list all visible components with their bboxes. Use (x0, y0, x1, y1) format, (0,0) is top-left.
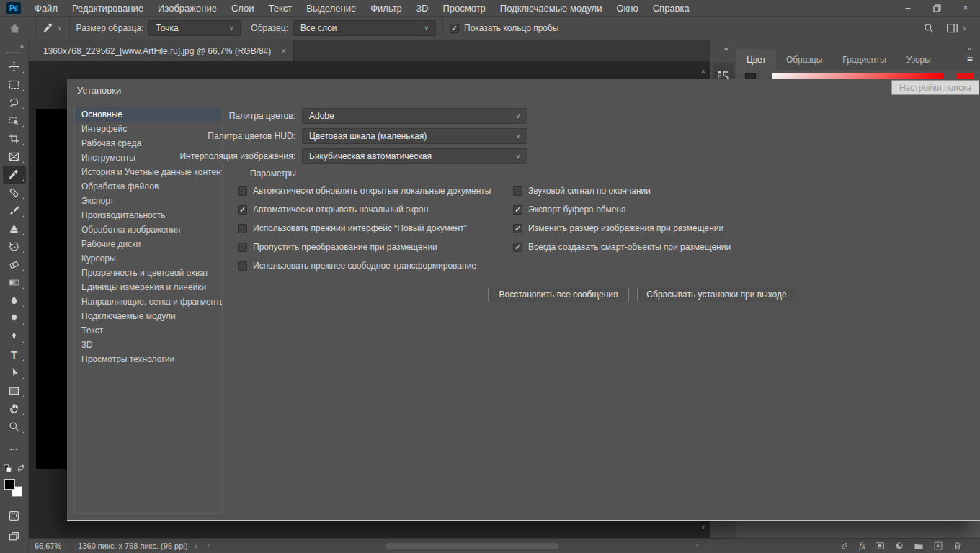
checkbox-export-clipboard[interactable]: ✓ Экспорт буфера обмена (513, 204, 626, 215)
checkbox-legacy-new-document[interactable]: ✓ Использовать прежний интерфейс “Новый … (238, 223, 467, 233)
path-selection-tool[interactable] (3, 364, 26, 382)
category-units-rulers[interactable]: Единицы измерения и линейки (75, 280, 222, 295)
menu-type[interactable]: Текст (262, 0, 300, 16)
eyedropper-tool[interactable] (3, 166, 26, 184)
history-brush-tool[interactable] (3, 238, 26, 256)
rectangular-marquee-tool[interactable] (3, 76, 26, 94)
frame-tool[interactable] (3, 148, 26, 166)
zoom-tool[interactable] (3, 418, 26, 436)
object-selection-tool[interactable] (3, 112, 26, 130)
category-image-processing[interactable]: Обработка изображения (75, 222, 222, 237)
layer-mask-icon[interactable] (875, 541, 885, 551)
layer-effects-icon[interactable]: fx (859, 541, 865, 552)
menu-select[interactable]: Выделение (299, 0, 363, 16)
scroll-left-icon[interactable]: ‹ (208, 541, 210, 549)
expand-toolbar-icon[interactable]: » (19, 42, 24, 50)
move-tool[interactable] (3, 58, 26, 76)
crop-tool[interactable] (3, 130, 26, 148)
category-scratch-disks[interactable]: Рабочие диски (75, 237, 222, 251)
lasso-tool[interactable] (3, 94, 26, 112)
checkbox[interactable]: ✓ (513, 205, 522, 215)
category-technology-previews[interactable]: Просмотры технологии (75, 352, 222, 367)
color-picker-select[interactable]: Adobe ∨ (302, 108, 527, 124)
hud-color-picker-select[interactable]: Цветовая шкала (маленькая) ∨ (302, 128, 527, 144)
menu-layers[interactable]: Слои (224, 0, 262, 16)
toolbar-grip[interactable] (6, 52, 22, 53)
menu-view[interactable]: Просмотр (435, 0, 492, 16)
search-icon[interactable] (923, 22, 935, 34)
type-tool[interactable]: T (3, 346, 26, 364)
category-type[interactable]: Текст (75, 323, 222, 338)
pen-tool[interactable] (3, 328, 26, 346)
screen-mode-icon[interactable] (3, 528, 26, 546)
scrollbar-thumb[interactable] (386, 543, 558, 549)
gradient-tool[interactable] (3, 274, 26, 292)
checkbox[interactable]: ✓ (238, 186, 247, 196)
checkbox-always-create-smart-objects[interactable]: ✓ Всегда создавать смарт-объекты при раз… (513, 242, 731, 252)
default-colors-icon[interactable] (4, 462, 12, 475)
scroll-down-icon[interactable]: ∨ (700, 523, 705, 531)
checkbox-auto-show-home-screen[interactable]: ✓ Автоматически открывать начальный экра… (238, 204, 428, 215)
pure-color-swatch[interactable] (957, 73, 974, 79)
checkbox-beep-when-done[interactable]: ✓ Звуковой сигнал по окончании (513, 186, 651, 196)
checkbox[interactable]: ✓ (450, 24, 459, 33)
reset-preferences-on-quit-button[interactable]: Сбрасывать установки при выходе (637, 287, 796, 302)
close-button[interactable]: × (951, 0, 980, 16)
sample-size-select[interactable]: Точка ∨ (148, 20, 241, 36)
document-tab[interactable]: 1360x768_229562_[www.ArtFile.ru].jpg @ 6… (29, 40, 294, 61)
checkbox[interactable]: ✓ (513, 186, 522, 196)
checkbox[interactable]: ✓ (238, 224, 247, 233)
category-3d[interactable]: 3D (75, 338, 222, 352)
tab-patterns[interactable]: Узоры (896, 49, 941, 70)
color-ramp[interactable] (772, 73, 944, 79)
category-cursors[interactable]: Курсоры (75, 251, 222, 266)
tab-gradients[interactable]: Градиенты (832, 49, 896, 70)
checkbox[interactable]: ✓ (238, 261, 247, 271)
minimize-button[interactable]: – (894, 0, 922, 16)
menu-edit[interactable]: Редактирование (65, 0, 151, 16)
foreground-color-swatch[interactable] (4, 479, 15, 490)
category-guides-grid-slices[interactable]: Направляющие, сетка и фрагменты (75, 295, 222, 309)
adjustment-layer-icon[interactable] (894, 541, 904, 551)
menu-3d[interactable]: 3D (409, 0, 436, 16)
menu-window[interactable]: Окно (609, 0, 645, 16)
eraser-tool[interactable] (3, 256, 26, 274)
category-export[interactable]: Экспорт (75, 194, 222, 208)
eyedropper-preset-icon[interactable]: ∨ (43, 22, 63, 34)
layer-group-icon[interactable] (914, 541, 924, 551)
checkbox[interactable]: ✓ (238, 243, 247, 252)
rectangle-shape-tool[interactable] (3, 382, 26, 400)
show-sampling-ring-checkbox[interactable]: ✓ Показать кольцо пробы (450, 23, 558, 33)
brush-tool[interactable] (3, 202, 26, 220)
checkbox-auto-update-open-documents[interactable]: ✓ Автоматически обновлять открытые локал… (238, 186, 491, 196)
menu-filter[interactable]: Фильтр (363, 0, 409, 16)
quick-mask-icon[interactable] (3, 507, 26, 525)
checkbox-legacy-free-transform[interactable]: ✓ Использовать прежнее свободное трансфо… (238, 261, 476, 271)
workspace-switcher-icon[interactable]: ∨ (946, 23, 967, 34)
category-history-log[interactable]: История и Учетные данные контента (75, 165, 222, 179)
scroll-up-icon[interactable]: ∧ (700, 68, 705, 75)
sample-select[interactable]: Все слои ∨ (293, 20, 436, 36)
swap-colors-icon[interactable] (17, 462, 25, 475)
menu-file[interactable]: Файл (27, 0, 65, 16)
restore-button[interactable] (922, 0, 951, 16)
home-icon[interactable] (0, 22, 29, 35)
close-tab-icon[interactable]: × (281, 46, 286, 56)
menu-image[interactable]: Изображение (151, 0, 224, 16)
checkbox[interactable]: ✓ (238, 205, 247, 215)
menu-plugins[interactable]: Подключаемые модули (493, 0, 610, 16)
delete-layer-icon[interactable] (953, 541, 963, 551)
image-interpolation-select[interactable]: Бикубическая автоматическая ∨ (302, 148, 527, 164)
clone-stamp-tool[interactable] (3, 220, 26, 238)
menu-help[interactable]: Справка (646, 0, 697, 16)
zoom-level-field[interactable]: 66,67% (29, 541, 70, 550)
document-info[interactable]: 1360 пикс. x 768 пикс. (96 ppi) › (71, 541, 204, 550)
checkbox-skip-transform-when-placing[interactable]: ✓ Пропустить преобразование при размещен… (238, 242, 437, 252)
tab-swatches[interactable]: Образцы (776, 49, 832, 70)
category-file-handling[interactable]: Обработка файлов (75, 179, 222, 194)
status-menu-arrow-icon[interactable]: › (195, 542, 197, 550)
category-plugins[interactable]: Подключаемые модули (75, 309, 222, 323)
spot-healing-brush-tool[interactable] (3, 184, 26, 202)
category-transparency-gamut[interactable]: Прозрачность и цветовой охват (75, 266, 222, 280)
blur-tool[interactable] (3, 292, 26, 310)
